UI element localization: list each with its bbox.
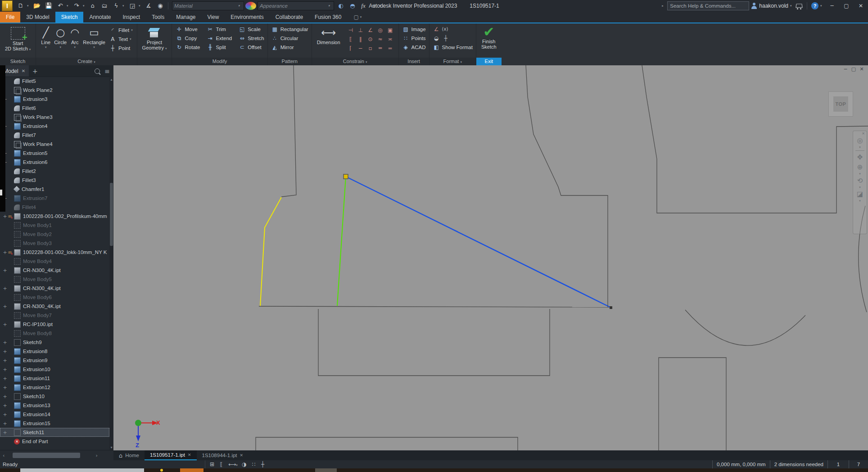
show-format-button[interactable]: ◧ Show Format (433, 43, 473, 51)
scroll-left-icon[interactable]: ‹ (0, 453, 7, 458)
chevron-down-icon[interactable]: ▾ (122, 4, 126, 8)
home-icon[interactable]: ⌂ (87, 1, 98, 10)
format-panel-label[interactable]: Format▾ (429, 58, 476, 65)
expand-icon[interactable]: + (2, 213, 8, 219)
parallel-constraint-icon[interactable]: ∥ (356, 35, 366, 44)
trim-button[interactable]: ✂ Trim (206, 25, 232, 33)
scroll-up-icon[interactable]: ▴ (109, 77, 113, 82)
precise-input-icon[interactable]: ┼▾ (261, 461, 266, 467)
expand-icon[interactable]: + (2, 322, 8, 327)
dimension-button[interactable]: ⟷ Dimension (315, 25, 342, 58)
doc-close-button[interactable]: ✕ (859, 66, 864, 72)
document-tab[interactable]: 1S108944-1.ipt ✕ (197, 450, 249, 460)
tree-item[interactable]: + ∞ Extrusion12 (0, 383, 109, 392)
tree-item[interactable]: + ∞ Fillet6 (0, 104, 109, 113)
search-icon[interactable] (95, 68, 100, 74)
constrain-panel-label[interactable]: Constrain▾ (312, 58, 398, 65)
auto-dimension-icon[interactable]: ⊣ (346, 26, 356, 35)
tree-item[interactable]: + ∞ Extrusion3 (0, 95, 109, 104)
search-expand-icon[interactable]: ▸ (662, 4, 665, 8)
point-snap-icon[interactable]: ∷▾ (252, 461, 257, 467)
offset-button[interactable]: ⊂ Offset (238, 43, 264, 51)
measure-icon[interactable]: ∡ (143, 1, 154, 10)
close-icon[interactable]: ✕ (188, 453, 191, 457)
sketch-line-yellow[interactable] (260, 197, 281, 306)
tangent-constraint-icon[interactable]: ⊙ (366, 35, 375, 44)
view-cube-top-face[interactable]: TOP (833, 96, 848, 112)
rotate-button[interactable]: ↻ Rotate (175, 43, 200, 51)
blue-end-dot[interactable] (610, 306, 612, 309)
circular-pattern-button[interactable]: ∴ Circular (271, 34, 308, 42)
equal-constraint-icon[interactable]: = (385, 44, 395, 53)
tree-item[interactable]: + ∞ Work Plane4 (0, 140, 109, 149)
ribbon-tab[interactable]: View (202, 12, 225, 23)
tree-item[interactable]: + ∞ Move Body8 (0, 329, 109, 338)
expand-icon[interactable]: + (2, 430, 8, 436)
material-sphere-icon[interactable]: ◉ (155, 1, 166, 10)
tree-item[interactable]: + ∞ Move Body1 (0, 221, 109, 230)
redo-icon[interactable]: ↷ (71, 1, 82, 10)
ribbon-tab[interactable]: Annotate (83, 12, 117, 23)
tree-item[interactable]: + ∞ Work Plane2 (0, 86, 109, 95)
ribbon-tab[interactable]: Inspect (117, 12, 146, 23)
tree-vertical-scrollbar[interactable] (109, 77, 113, 450)
chevron-down-icon[interactable]: ▾ (859, 145, 861, 149)
tree-item[interactable]: + ∞ Extrusion15 (0, 419, 109, 428)
tree-item[interactable]: + ∞ CR-N300_4K.ipt (0, 302, 109, 311)
outline-right-step[interactable] (526, 65, 608, 307)
tree-item[interactable]: + ∞ Sketch11 (0, 428, 109, 437)
tree-item[interactable]: + ∞ Sketch9 (0, 338, 109, 347)
fillet-button[interactable]: ◜ Fillet ▾ (109, 26, 134, 34)
expand-icon[interactable]: + (2, 376, 8, 381)
tree-item[interactable]: + ∞ Extrusion8 (0, 347, 109, 356)
orbit-icon[interactable]: ⟲ (857, 176, 863, 186)
driven-dimension-icon[interactable]: (x) (442, 27, 448, 32)
centerline-icon[interactable]: ◒ (433, 35, 440, 41)
pan-icon[interactable]: ✥ (857, 152, 863, 162)
outline-lower-rect[interactable] (318, 309, 550, 376)
symmetric-constraint-icon[interactable]: ≍ (385, 35, 395, 44)
home-tab[interactable]: ⌂ Home (113, 450, 145, 460)
scrollbar-thumb[interactable] (110, 183, 113, 246)
image-button[interactable]: ▧ Image (402, 25, 426, 33)
outline-top-right-shape[interactable] (642, 65, 868, 213)
undo-icon[interactable]: ↶ (55, 1, 66, 10)
constraint-settings-icon[interactable]: ⌈ (346, 44, 356, 53)
project-geometry-button[interactable]: Project Geometry ▾ (140, 25, 169, 58)
scroll-right-icon[interactable]: › (93, 453, 100, 458)
tree-item[interactable]: + ∞ Move Body6 (0, 293, 109, 302)
chevron-down-icon[interactable]: ▾ (859, 172, 861, 176)
tree-item[interactable]: + ∞ Sketch10 (0, 392, 109, 401)
navigation-wheel-icon[interactable]: ◎ (857, 136, 863, 145)
outline-bottom-right-rect[interactable] (659, 358, 726, 450)
new-file-icon[interactable]: 🗋 (15, 1, 26, 10)
perpendicular-constraint-icon[interactable]: ⊥ (356, 26, 366, 35)
ribbon-tab[interactable]: Manage (170, 12, 201, 23)
open-folder-icon[interactable]: 📂 (32, 1, 42, 10)
ribbon-tab[interactable]: File (0, 12, 20, 23)
pattern-panel-label[interactable]: Pattern (268, 58, 312, 65)
color-copy-icon[interactable]: ◓ (347, 1, 358, 10)
close-icon[interactable]: ✕ (22, 68, 25, 73)
toolbar-overflow-icon[interactable]: ▾ (380, 4, 383, 8)
expand-icon[interactable]: + (2, 268, 8, 273)
look-at-icon[interactable]: ◪ (857, 189, 863, 199)
ribbon-tab[interactable]: Fusion 360 (309, 12, 347, 23)
minimize-button[interactable]: ─ (826, 0, 838, 11)
centerpoint-icon[interactable]: ┼ (442, 35, 450, 41)
tree-item[interactable]: + ∞ CR-N300_4K.ipt (0, 266, 109, 275)
tree-item[interactable]: + ∞ Extrusion13 (0, 401, 109, 410)
ribbon-tab[interactable]: 3D Model (20, 12, 55, 23)
exit-panel-label[interactable]: Exit (476, 58, 502, 65)
tree-item[interactable]: + ∞ Extrusion11 (0, 374, 109, 383)
concentric-constraint-icon[interactable]: ◎ (375, 26, 385, 35)
circle-button[interactable]: ○ Circle ▾ (52, 25, 68, 58)
colinear-constraint-icon[interactable]: ═ (375, 44, 385, 53)
color-wheel-icon[interactable] (245, 2, 256, 10)
rectangular-pattern-button[interactable]: ▦ Rectangular (271, 25, 308, 33)
tree-item[interactable]: + ∞ Extrusion7 (0, 194, 109, 203)
save-icon[interactable]: 💾 (43, 1, 54, 10)
ribbon-tab[interactable]: Environments (225, 12, 269, 23)
chevron-down-icon[interactable]: ▾ (83, 4, 86, 8)
sketch-line-blue[interactable] (346, 177, 611, 308)
